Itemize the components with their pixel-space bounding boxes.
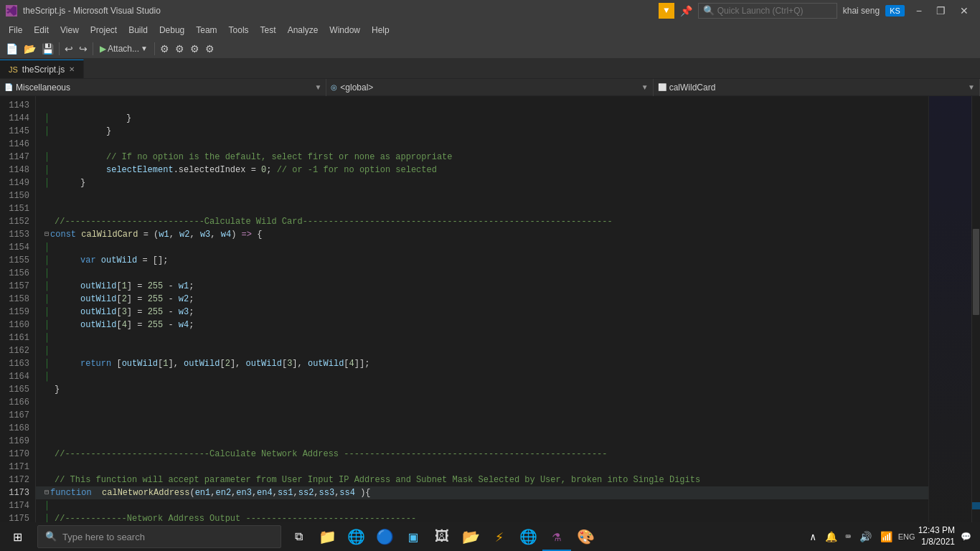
taskbar-app-photos[interactable]: 🖼 [428, 522, 456, 551]
tool-1[interactable]: ⚙ [157, 40, 172, 57]
folder-icon: 📂 [462, 528, 480, 546]
menu-edit[interactable]: Edit [28, 22, 55, 39]
taskbar-app-network[interactable]: 🌐 [514, 522, 542, 551]
title-bar-controls: ▼ 📌 🔍 khai seng KS − ❐ ✕ [659, 0, 974, 22]
collapse-icon-1[interactable]: ⊟ [44, 228, 49, 241]
minimize-button[interactable]: − [910, 0, 928, 22]
new-file-button[interactable]: 📄 [3, 40, 21, 57]
language-label[interactable]: ENG [898, 532, 915, 541]
code-line-1145: │ } [36, 125, 928, 138]
redo-button[interactable]: ↪ [76, 40, 90, 57]
taskbar-app-paint[interactable]: 🎨 [571, 522, 600, 551]
line-num-14: 1156 [0, 267, 29, 280]
scrollbar-thumb[interactable] [973, 229, 979, 315]
line-num-7: 1149 [0, 176, 29, 189]
attach-arrow: ▼ [141, 44, 148, 52]
tab-close-button[interactable]: ✕ [69, 65, 75, 73]
vertical-scrollbar[interactable] [971, 96, 980, 538]
line-num-18: 1160 [0, 319, 29, 331]
pin-icon[interactable]: 📌 [680, 5, 692, 17]
line-num-27: 1169 [0, 435, 29, 448]
taskbar-app-chrome[interactable]: 🔵 [370, 522, 399, 551]
menu-help[interactable]: Help [366, 22, 395, 39]
code-line-1158: │ outWild[2] = 255 - w2; [36, 293, 928, 306]
tool-3[interactable]: ⚙ [187, 40, 202, 57]
code-line-1168 [36, 422, 928, 435]
menu-debug[interactable]: Debug [154, 22, 190, 39]
menu-tools[interactable]: Tools [223, 22, 255, 39]
code-line-1146 [36, 138, 928, 151]
toolbar: 📄 📂 💾 ↩ ↪ ▶ Attach... ▼ ⚙ ⚙ ⚙ ⚙ [0, 39, 980, 59]
close-button[interactable]: ✕ [954, 0, 974, 22]
nav-miscellaneous[interactable]: 📄 Miscellaneous ▼ [0, 79, 326, 96]
nav-calwildcard[interactable]: ⬜ calWildCard ▼ [654, 79, 980, 96]
notification-center-icon[interactable]: 💬 [958, 532, 974, 542]
menu-bar: File Edit View Project Build Debug Team … [0, 22, 980, 39]
menu-analyze[interactable]: Analyze [282, 22, 324, 39]
attach-label: Attach... [108, 44, 139, 54]
quick-launch-input[interactable] [717, 6, 832, 16]
scrollbar-current-pos [972, 502, 980, 509]
filezilla-icon: ⚡ [495, 528, 504, 546]
open-button[interactable]: 📂 [21, 40, 39, 57]
taskbar-app-filezilla[interactable]: ⚡ [485, 522, 514, 551]
user-badge[interactable]: KS [885, 5, 905, 17]
line-num-4: 1146 [0, 138, 29, 151]
menu-build[interactable]: Build [123, 22, 154, 39]
line-num-30: 1172 [0, 474, 29, 486]
separator-3 [154, 42, 155, 55]
tab-icon: JS [9, 65, 18, 74]
code-line-1152: //---------------------------Calculate W… [36, 215, 928, 228]
menu-window[interactable]: Window [324, 22, 366, 39]
code-line-1166 [36, 396, 928, 409]
tool-2[interactable]: ⚙ [172, 40, 187, 57]
code-line-1164: │ [36, 370, 928, 383]
keyboard-icon[interactable]: ⌨ [843, 532, 854, 542]
nav-arrow-2: ▼ [641, 83, 649, 91]
code-line-1161: │ [36, 331, 928, 344]
taskbar-app-explorer[interactable]: 📁 [313, 522, 341, 551]
maximize-button[interactable]: ❐ [930, 0, 951, 22]
network-status-icon[interactable]: 📶 [877, 531, 895, 543]
menu-view[interactable]: View [55, 22, 85, 39]
volume-icon[interactable]: 🔊 [857, 531, 875, 543]
collapse-icon-2[interactable]: ⊟ [44, 486, 49, 499]
taskbar-app-vs[interactable]: ⚗ [542, 522, 571, 551]
menu-project[interactable]: Project [85, 22, 123, 39]
clock[interactable]: 12:43 PM 1/8/2021 [918, 525, 955, 547]
code-line-1171 [36, 461, 928, 474]
paint-icon: 🎨 [577, 528, 595, 546]
code-line-1173: ⊟ function calNetworkAddress(en1,en2,en3… [36, 486, 928, 499]
code-area[interactable]: │ } │ } │ // If no option is the default… [36, 96, 928, 538]
nav-global[interactable]: ◎ <global> ▼ [326, 79, 653, 96]
tool-4[interactable]: ⚙ [202, 40, 217, 57]
taskbar-app-edge[interactable]: 🌐 [341, 522, 370, 551]
line-num-9: 1151 [0, 202, 29, 215]
line-num-23: 1165 [0, 383, 29, 396]
tab-thescript[interactable]: JS theScript.js ✕ [0, 60, 84, 78]
code-line-1159: │ outWild[3] = 255 - w3; [36, 306, 928, 319]
vs-logo-icon [6, 5, 17, 17]
line-num-3: 1145 [0, 125, 29, 138]
notification-icon[interactable]: 🔔 [822, 531, 840, 543]
undo-button[interactable]: ↩ [62, 40, 76, 57]
nav-file-icon: 📄 [4, 83, 13, 91]
menu-test[interactable]: Test [255, 22, 282, 39]
clock-date: 1/8/2021 [918, 537, 955, 548]
line-num-24: 1166 [0, 396, 29, 409]
taskview-button[interactable]: ⧉ [284, 522, 313, 551]
line-num-10: 1152 [0, 215, 29, 228]
start-button[interactable]: ⊞ [0, 522, 34, 551]
nav-miscellaneous-label: Miscellaneous [16, 83, 70, 93]
menu-team[interactable]: Team [190, 22, 222, 39]
save-button[interactable]: 💾 [39, 40, 57, 57]
taskview-icon: ⧉ [295, 530, 303, 544]
menu-file[interactable]: File [3, 22, 28, 39]
attach-button[interactable]: ▶ Attach... ▼ [95, 40, 152, 57]
taskbar-search[interactable]: 🔍 Type here to search [37, 525, 281, 548]
chevron-up-icon[interactable]: ∧ [807, 531, 819, 543]
taskbar-app-folder[interactable]: 📂 [456, 522, 485, 551]
quick-launch-search[interactable]: 🔍 [698, 3, 837, 19]
line-num-1: 1143 [0, 99, 29, 112]
taskbar-app-terminal[interactable]: ▣ [399, 522, 428, 551]
